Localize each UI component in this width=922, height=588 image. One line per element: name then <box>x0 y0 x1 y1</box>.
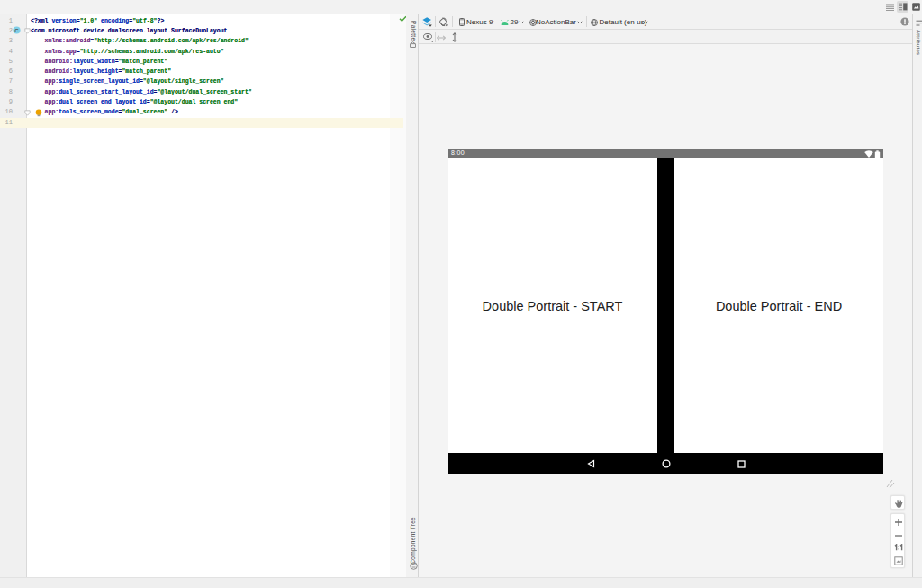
svg-text:C: C <box>14 27 19 32</box>
